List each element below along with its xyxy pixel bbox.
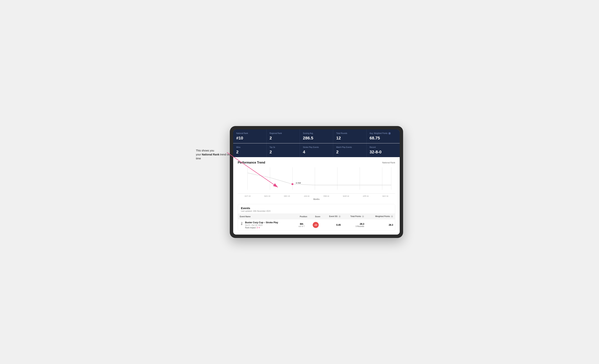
stats-row1: National Rank #10 Regional Rank 2 Scorin… xyxy=(233,129,400,143)
annotation-line1: This shows you xyxy=(196,149,214,152)
events-table: Event Name Position Score Event SG i Tot… xyxy=(238,214,395,231)
performance-chart: ● #10 xyxy=(238,167,395,194)
stat-wins: Wins 2 xyxy=(233,143,266,157)
info-icon-event-sg[interactable]: i xyxy=(338,215,341,218)
tablet-screen: National Rank #10 Regional Rank 2 Scorin… xyxy=(233,129,400,235)
weighted-points-value: 28.3 xyxy=(366,219,395,231)
content-area: Performance Trend National Rank xyxy=(233,157,400,235)
chart-x-label-oct23: OCT 23 xyxy=(238,195,257,197)
info-icon-weighted[interactable]: i xyxy=(388,132,391,134)
chart-x-labels: OCT 23 NOV 23 DEC 23 JAN 24 FEB 24 MAR 2… xyxy=(238,195,395,198)
performance-trend-title: Performance Trend xyxy=(238,161,265,164)
stat-value-avg-weighted: 68.75 xyxy=(370,136,397,141)
stat-value-stroke-play: 4 xyxy=(303,150,330,154)
stat-label-scoring-avg: Scoring Avg. xyxy=(303,132,330,134)
chart-marker-dot xyxy=(291,183,293,185)
total-points-cell: 28.3 3 Rounds xyxy=(343,219,366,231)
stat-label-wins: Wins xyxy=(236,146,263,149)
events-header: Events Last updated: 24th November 2023 xyxy=(238,204,395,214)
event-score: -22 xyxy=(309,219,322,231)
stat-stroke-play: Stroke Play Events 4 xyxy=(300,143,333,157)
chart-x-label-feb24: FEB 24 xyxy=(317,195,336,197)
stat-value-record: 32-8-0 xyxy=(370,150,397,154)
stat-value-wins: 2 xyxy=(236,150,263,154)
stat-label-avg-weighted: Avg. Weighted Points i xyxy=(370,132,397,134)
stat-value-scoring-avg: 286.5 xyxy=(303,136,330,141)
stat-label-record: Record xyxy=(370,146,397,149)
stat-national-rank: National Rank #10 xyxy=(233,129,266,143)
stat-total-rounds: Total Rounds 12 xyxy=(333,129,366,143)
col-header-weighted-points: Weighted Points i xyxy=(366,214,395,219)
stat-label-total-rounds: Total Rounds xyxy=(336,132,363,134)
stat-top3s: Top 3s 2 xyxy=(266,143,300,157)
chart-svg: ● #10 xyxy=(238,167,395,194)
info-icon-total-points[interactable]: i xyxy=(362,215,364,218)
golf-icon xyxy=(240,222,244,225)
chart-x-label-jan24: JAN 24 xyxy=(297,195,317,197)
info-icon-weighted-points[interactable]: i xyxy=(391,215,393,218)
table-row: Buster Cozy Cup – Stroke Play Oct 9 – Oc… xyxy=(238,219,395,231)
chart-x-label-apr24: APR 24 xyxy=(356,195,376,197)
events-title: Events xyxy=(241,206,392,210)
col-header-total-points: Total Points i xyxy=(343,214,366,219)
performance-trend-label: National Rank xyxy=(382,161,395,164)
col-header-position: Position xyxy=(294,214,309,219)
events-section: Events Last updated: 24th November 2023 … xyxy=(238,204,395,231)
stat-value-national-rank: #10 xyxy=(236,136,263,141)
stat-value-top3s: 2 xyxy=(270,150,297,154)
stat-regional-rank: Regional Rank 2 xyxy=(266,129,300,143)
col-header-event-name: Event Name xyxy=(238,214,294,219)
score-badge: -22 xyxy=(313,222,319,228)
stat-avg-weighted-points: Avg. Weighted Points i 68.75 xyxy=(367,129,400,143)
rank-impact: Rank Impact: 3 ▼ xyxy=(245,227,278,229)
chart-marker-label: ● #10 xyxy=(296,182,301,184)
event-sg-value: 0.45 xyxy=(322,219,343,231)
chart-x-axis-title: Months xyxy=(238,198,395,200)
stat-scoring-avg: Scoring Avg. 286.5 xyxy=(300,129,333,143)
chart-x-label-may24: MAY 24 xyxy=(376,195,395,197)
events-last-updated: Last updated: 24th November 2023 xyxy=(241,210,392,212)
stat-label-regional-rank: Regional Rank xyxy=(270,132,297,134)
stat-value-match-play: 2 xyxy=(336,150,363,154)
events-table-header-row: Event Name Position Score Event SG i Tot… xyxy=(238,214,395,219)
svg-line-12 xyxy=(242,222,243,223)
chart-x-label-dec23: DEC 23 xyxy=(277,195,297,197)
annotation-text: This shows you your National Rank trend … xyxy=(196,149,234,160)
stat-label-stroke-play: Stroke Play Events xyxy=(303,146,330,149)
svg-point-10 xyxy=(241,224,242,225)
stat-match-play: Match Play Events 2 xyxy=(333,143,366,157)
event-date: Oct 9 – Oct 10, 2023 xyxy=(245,224,278,226)
chart-x-label-nov23: NOV 23 xyxy=(257,195,277,197)
stat-record: Record 32-8-0 xyxy=(367,143,400,157)
col-header-score: Score xyxy=(309,214,322,219)
col-header-event-sg: Event SG i xyxy=(322,214,343,219)
stat-label-match-play: Match Play Events xyxy=(336,146,363,149)
stat-value-regional-rank: 2 xyxy=(270,136,297,141)
event-name-text: Buster Cozy Cup – Stroke Play xyxy=(245,221,278,224)
performance-trend-header: Performance Trend National Rank xyxy=(238,161,395,164)
stat-value-total-rounds: 12 xyxy=(336,136,363,141)
stat-label-national-rank: National Rank xyxy=(236,132,263,134)
stats-row2: Wins 2 Top 3s 2 Stroke Play Events 4 Mat… xyxy=(233,143,400,157)
annotation-bold: National Rank xyxy=(202,153,219,156)
stat-label-top3s: Top 3s xyxy=(270,146,297,149)
page-wrapper: This shows you your National Rank trend … xyxy=(196,126,403,238)
tablet-frame: National Rank #10 Regional Rank 2 Scorin… xyxy=(230,126,403,238)
chart-x-label-mar24: MAR 24 xyxy=(336,195,356,197)
event-position: 6th out of 7 xyxy=(294,219,309,231)
annotation-line2: your xyxy=(196,153,202,156)
event-name-cell: Buster Cozy Cup – Stroke Play Oct 9 – Oc… xyxy=(238,219,294,231)
